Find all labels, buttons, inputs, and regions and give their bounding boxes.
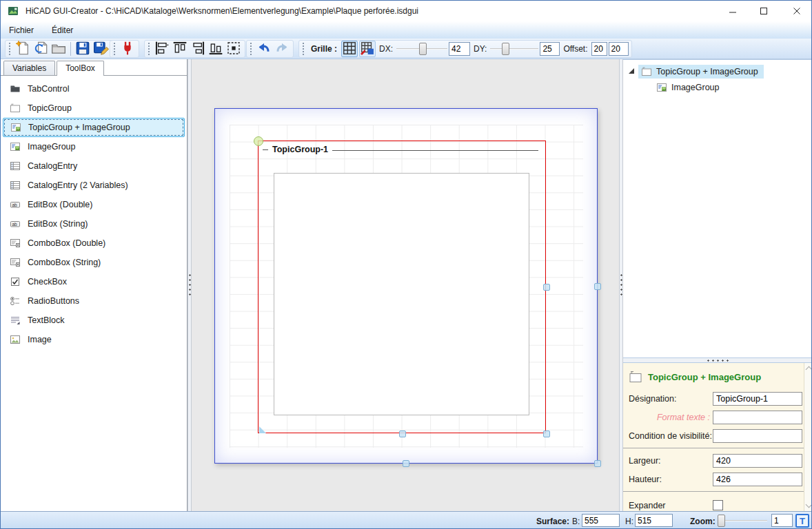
toolbox-item-label: ComboBox (String) bbox=[28, 258, 101, 267]
toolbox-item-imagegroup[interactable]: ImageGroup bbox=[1, 137, 187, 156]
zoom-slider-thumb[interactable] bbox=[718, 515, 725, 527]
toolbox-item-editbox-string[interactable]: abEditBox (String) bbox=[1, 214, 187, 234]
toolbox-panel: Variables ToolBox TabControlTopicGroupTo… bbox=[1, 59, 187, 511]
tab-variables[interactable]: Variables bbox=[3, 61, 55, 75]
tab-toolbox[interactable]: ToolBox bbox=[57, 61, 104, 76]
toolbar-grip[interactable] bbox=[302, 42, 305, 56]
offset-y-input[interactable] bbox=[609, 42, 629, 56]
toolbar-grip[interactable] bbox=[148, 42, 150, 56]
toolbox-item-tabcontrol[interactable]: TabControl bbox=[1, 79, 187, 98]
surface-right-handle[interactable] bbox=[594, 283, 601, 290]
toolbar-grip[interactable] bbox=[8, 42, 11, 56]
toolbox-item-topicgroup[interactable]: TopicGroup bbox=[1, 98, 187, 118]
toolbox-item-combobox-double[interactable]: ComboBox (Double) bbox=[1, 234, 187, 253]
toolbox-item-checkbox[interactable]: CheckBox bbox=[1, 272, 187, 291]
editbox-icon: ab bbox=[10, 218, 21, 229]
align-bottom-button[interactable] bbox=[207, 41, 224, 57]
grid-toggle-button[interactable] bbox=[341, 41, 358, 57]
toolbox-item-topicgroup-imagegroup[interactable]: TopicGroup + ImageGroup bbox=[3, 118, 185, 137]
reload-file-button[interactable] bbox=[32, 41, 49, 57]
properties-scrollbar[interactable] bbox=[804, 363, 812, 511]
align-right-button[interactable] bbox=[190, 41, 206, 57]
toolbar-separator bbox=[70, 42, 71, 56]
horizontal-splitter[interactable] bbox=[623, 357, 812, 363]
center-button[interactable] bbox=[225, 41, 242, 57]
zoom-slider[interactable] bbox=[718, 513, 767, 528]
open-folder-button[interactable] bbox=[50, 41, 67, 57]
toolbox-item-catalogentry-2-variables[interactable]: CatalogEntry (2 Variables) bbox=[1, 176, 187, 195]
dx-slider[interactable] bbox=[396, 41, 447, 56]
expander-checkbox[interactable] bbox=[713, 500, 723, 510]
redo-button[interactable] bbox=[274, 41, 290, 57]
align-top-button[interactable] bbox=[172, 41, 188, 57]
surface-corner-handle[interactable] bbox=[594, 460, 601, 467]
maximize-button[interactable] bbox=[752, 3, 775, 19]
editbox-icon: ab bbox=[10, 199, 21, 210]
toolbar-grip[interactable] bbox=[250, 42, 252, 56]
origin-handle[interactable] bbox=[254, 136, 263, 146]
toolbox-item-label: CheckBox bbox=[28, 277, 67, 287]
menu-fichier[interactable]: Fichier bbox=[8, 24, 35, 37]
dy-slider-thumb[interactable] bbox=[502, 43, 509, 55]
toolbox-item-editbox-double[interactable]: abEditBox (Double) bbox=[1, 195, 187, 214]
largeur-label: Largeur: bbox=[629, 456, 713, 466]
save-as-button[interactable] bbox=[92, 41, 109, 57]
designation-input[interactable] bbox=[713, 392, 802, 406]
align-left-button[interactable] bbox=[154, 41, 170, 57]
topicgroup-bottom-handle[interactable] bbox=[399, 431, 406, 437]
design-surface[interactable]: TopicGroup-1 bbox=[214, 108, 598, 464]
snap-grid-button[interactable] bbox=[359, 41, 376, 57]
grid-icon bbox=[342, 41, 357, 58]
surface-b-input[interactable] bbox=[582, 514, 620, 527]
tree-expander-icon[interactable] bbox=[629, 68, 634, 74]
scroll-down-icon[interactable] bbox=[806, 501, 812, 508]
dx-input[interactable] bbox=[449, 42, 470, 56]
toolbox-item-catalogentry[interactable]: CatalogEntry bbox=[1, 156, 187, 176]
hauteur-input[interactable] bbox=[713, 473, 802, 486]
dy-input[interactable] bbox=[540, 42, 560, 56]
minimize-button[interactable] bbox=[721, 3, 744, 19]
toolbox-item-label: TopicGroup bbox=[28, 103, 72, 113]
condition-input[interactable] bbox=[713, 429, 802, 443]
toolbox-item-combobox-string[interactable]: ComboBox (String) bbox=[1, 253, 187, 272]
imagegroup-element[interactable] bbox=[274, 173, 529, 415]
plug-button[interactable] bbox=[119, 41, 136, 57]
toolbox-item-image[interactable]: Image bbox=[1, 330, 187, 349]
format-texte-input[interactable] bbox=[713, 411, 802, 424]
toolbox-item-label: ImageGroup bbox=[28, 142, 75, 152]
surface-bottom-handle[interactable] bbox=[403, 460, 409, 467]
topicgroup-corner-handle[interactable] bbox=[543, 431, 550, 437]
toolbox-item-textblock[interactable]: TextBlock bbox=[1, 311, 187, 330]
design-canvas-area[interactable]: TopicGroup-1 bbox=[192, 59, 619, 511]
toolbar-grip[interactable] bbox=[113, 42, 116, 56]
zoom-input[interactable] bbox=[771, 514, 793, 527]
tree-child-row[interactable]: ImageGroup bbox=[653, 79, 812, 95]
align-top-icon bbox=[172, 40, 188, 59]
save-button[interactable] bbox=[74, 41, 91, 57]
menu-editer[interactable]: Éditer bbox=[50, 24, 74, 37]
catalogentry-icon bbox=[10, 180, 21, 191]
topicgroup-icon bbox=[641, 66, 652, 77]
dy-label: DY: bbox=[474, 44, 487, 54]
tree-root-selection[interactable]: TopicGroup + ImageGroup bbox=[638, 65, 764, 79]
undo-button[interactable] bbox=[256, 41, 272, 57]
surface-h-input[interactable] bbox=[635, 514, 673, 527]
scroll-up-icon[interactable] bbox=[806, 366, 812, 373]
close-button[interactable] bbox=[785, 3, 809, 19]
tabcontrol-icon bbox=[10, 83, 21, 94]
dy-slider[interactable] bbox=[490, 41, 538, 56]
largeur-input[interactable] bbox=[713, 454, 802, 468]
tree-root-row[interactable]: TopicGroup + ImageGroup bbox=[623, 63, 812, 79]
topicgroup-right-handle[interactable] bbox=[543, 284, 550, 291]
svg-text:ab: ab bbox=[12, 203, 17, 207]
offset-x-input[interactable] bbox=[591, 42, 607, 56]
maximize-icon bbox=[760, 7, 768, 15]
toolbox-item-radiobuttons[interactable]: RadioButtons bbox=[1, 291, 187, 311]
new-file-button[interactable] bbox=[14, 41, 31, 57]
toolbox-item-label: RadioButtons bbox=[28, 296, 79, 306]
topicgroup-element[interactable]: TopicGroup-1 bbox=[258, 141, 546, 433]
h-label: H: bbox=[625, 517, 633, 526]
dx-slider-thumb[interactable] bbox=[419, 43, 427, 55]
topicgroup-imagegroup-icon bbox=[10, 122, 21, 133]
text-mode-button[interactable]: T bbox=[795, 514, 809, 528]
